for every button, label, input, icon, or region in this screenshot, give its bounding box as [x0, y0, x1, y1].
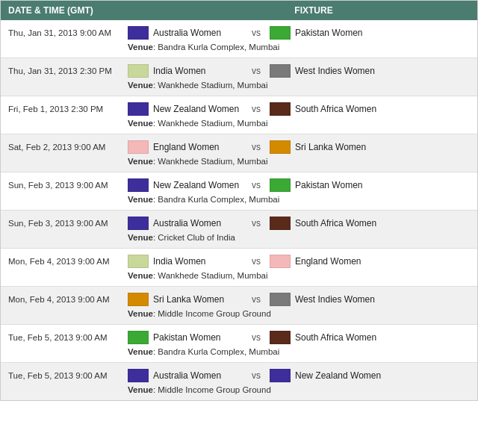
team2-block: New Zealand Women: [270, 369, 385, 382]
team1-name: India Women: [153, 66, 243, 76]
team1-name: Australia Women: [153, 218, 243, 228]
vs-label: vs: [252, 66, 261, 76]
team2-name: New Zealand Women: [295, 370, 385, 381]
team1-color-box: [128, 140, 149, 154]
date-cell: Sun, Feb 3, 2013 9:00 AM: [8, 217, 128, 229]
team2-block: South Africa Women: [270, 102, 385, 116]
vs-label: vs: [252, 142, 261, 152]
header-fixture: FIXTURE: [158, 5, 470, 16]
venue-line: Venue: Wankhede Stadium, Mumbai: [1, 117, 477, 134]
table-row: Sat, Feb 2, 2013 9:00 AMEngland WomenvsS…: [1, 134, 477, 172]
team2-name: South Africa Women: [295, 332, 385, 343]
venue-line: Venue: Bandra Kurla Complex, Mumbai: [1, 193, 477, 210]
team2-block: England Women: [270, 255, 385, 268]
team1-block: Australia Women: [128, 369, 243, 382]
table-row: Mon, Feb 4, 2013 9:00 AMIndia WomenvsEng…: [1, 249, 477, 287]
match-details: Australia WomenvsPakistan Women: [128, 26, 470, 40]
date-cell: Mon, Feb 4, 2013 9:00 AM: [8, 293, 128, 305]
team1-color-box: [128, 217, 149, 230]
match-details: England WomenvsSri Lanka Women: [128, 140, 470, 154]
table-row: Sun, Feb 3, 2013 9:00 AMAustralia Womenv…: [1, 211, 477, 249]
venue-line: Venue: Bandra Kurla Complex, Mumbai: [1, 346, 477, 362]
team1-color-box: [128, 102, 149, 116]
team1-name: Sri Lanka Women: [153, 294, 243, 305]
team1-name: Pakistan Women: [153, 332, 243, 343]
team1-block: New Zealand Women: [128, 178, 243, 192]
team1-block: Sri Lanka Women: [128, 293, 243, 306]
team2-color-box: [270, 331, 291, 344]
match-line: Mon, Feb 4, 2013 9:00 AMIndia WomenvsEng…: [1, 249, 477, 270]
match-line: Tue, Feb 5, 2013 9:00 AMAustralia Womenv…: [1, 363, 477, 384]
team1-name: Australia Women: [153, 370, 243, 381]
team1-name: New Zealand Women: [153, 180, 243, 190]
team1-block: India Women: [128, 255, 243, 268]
date-cell: Tue, Feb 5, 2013 9:00 AM: [8, 332, 128, 343]
date-cell: Tue, Feb 5, 2013 9:00 AM: [8, 370, 128, 382]
team2-color-box: [270, 293, 291, 306]
vs-label: vs: [252, 180, 261, 190]
vs-label: vs: [252, 218, 261, 228]
team2-name: Pakistan Women: [295, 28, 385, 38]
header-date: DATE & TIME (GMT): [8, 5, 158, 16]
team2-color-box: [270, 369, 291, 382]
table-row: Sun, Feb 3, 2013 9:00 AMNew Zealand Wome…: [1, 172, 477, 211]
team1-name: England Women: [153, 142, 243, 152]
vs-label: vs: [252, 370, 261, 381]
team2-color-box: [270, 102, 291, 116]
team2-block: Pakistan Women: [270, 26, 385, 40]
table-row: Thu, Jan 31, 2013 2:30 PMIndia WomenvsWe…: [1, 58, 477, 96]
team1-block: India Women: [128, 64, 243, 78]
team1-color-box: [128, 331, 149, 344]
match-line: Sun, Feb 3, 2013 9:00 AMNew Zealand Wome…: [1, 172, 477, 193]
venue-line: Venue: Cricket Club of India: [1, 231, 477, 248]
team2-color-box: [270, 255, 291, 268]
team2-name: South Africa Women: [295, 104, 385, 114]
team2-name: Sri Lanka Women: [295, 142, 385, 152]
team1-block: Pakistan Women: [128, 331, 243, 344]
team2-color-box: [270, 178, 291, 192]
venue-line: Venue: Wankhede Stadium, Mumbai: [1, 155, 477, 172]
team1-block: Australia Women: [128, 217, 243, 230]
match-details: India WomenvsWest Indies Women: [128, 64, 470, 78]
table-row: Fri, Feb 1, 2013 2:30 PMNew Zealand Wome…: [1, 96, 477, 134]
match-details: Australia WomenvsNew Zealand Women: [128, 369, 470, 382]
match-line: Sun, Feb 3, 2013 9:00 AMAustralia Womenv…: [1, 211, 477, 231]
match-line: Sat, Feb 2, 2013 9:00 AMEngland WomenvsS…: [1, 134, 477, 155]
team1-color-box: [128, 369, 149, 382]
team2-color-box: [270, 140, 291, 154]
team2-color-box: [270, 217, 291, 230]
match-details: Pakistan WomenvsSouth Africa Women: [128, 331, 470, 344]
vs-label: vs: [252, 294, 261, 305]
team1-color-box: [128, 293, 149, 306]
team2-name: Pakistan Women: [295, 180, 385, 190]
match-line: Tue, Feb 5, 2013 9:00 AMPakistan Womenvs…: [1, 325, 477, 346]
team2-block: Sri Lanka Women: [270, 140, 385, 154]
team2-block: West Indies Women: [270, 293, 385, 306]
date-cell: Thu, Jan 31, 2013 2:30 PM: [8, 65, 128, 77]
team1-block: England Women: [128, 140, 243, 154]
team1-name: India Women: [153, 256, 243, 267]
team1-color-box: [128, 26, 149, 40]
venue-line: Venue: Middle Income Group Ground: [1, 384, 477, 400]
match-line: Mon, Feb 4, 2013 9:00 AMSri Lanka Womenv…: [1, 287, 477, 308]
team2-name: England Women: [295, 256, 385, 267]
table-row: Thu, Jan 31, 2013 9:00 AMAustralia Women…: [1, 20, 477, 58]
venue-line: Venue: Bandra Kurla Complex, Mumbai: [1, 41, 477, 57]
vs-label: vs: [252, 256, 261, 267]
team1-color-box: [128, 64, 149, 78]
venue-line: Venue: Wankhede Stadium, Mumbai: [1, 270, 477, 286]
team2-block: West Indies Women: [270, 64, 385, 78]
date-cell: Fri, Feb 1, 2013 2:30 PM: [8, 103, 128, 115]
team2-name: West Indies Women: [295, 294, 385, 305]
vs-label: vs: [252, 332, 261, 343]
fixtures-table: DATE & TIME (GMT) FIXTURE Thu, Jan 31, 2…: [0, 0, 478, 401]
table-row: Tue, Feb 5, 2013 9:00 AMPakistan Womenvs…: [1, 325, 477, 363]
team2-block: South Africa Women: [270, 217, 385, 230]
date-cell: Sun, Feb 3, 2013 9:00 AM: [8, 179, 128, 191]
date-cell: Sat, Feb 2, 2013 9:00 AM: [8, 141, 128, 153]
match-details: New Zealand WomenvsSouth Africa Women: [128, 102, 470, 116]
team1-name: Australia Women: [153, 28, 243, 38]
table-row: Mon, Feb 4, 2013 9:00 AMSri Lanka Womenv…: [1, 287, 477, 325]
team2-name: South Africa Women: [295, 218, 385, 228]
table-header: DATE & TIME (GMT) FIXTURE: [1, 1, 477, 20]
